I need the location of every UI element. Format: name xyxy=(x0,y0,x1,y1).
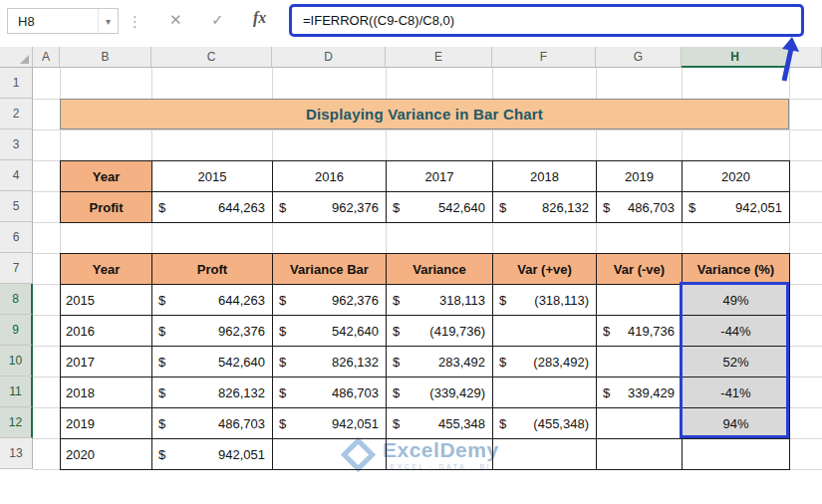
cell-H7[interactable]: Variance (%) xyxy=(683,254,790,285)
cell-G10[interactable] xyxy=(597,347,683,378)
row-header-6[interactable]: 6 xyxy=(0,222,33,253)
amount: 826,132 xyxy=(218,385,265,400)
cell-E7[interactable]: Variance xyxy=(387,254,493,285)
cell-B7[interactable]: Year xyxy=(61,254,152,285)
col-header-C[interactable]: C xyxy=(151,47,272,68)
select-all-corner[interactable] xyxy=(0,47,33,68)
cell-G12[interactable] xyxy=(597,408,683,439)
row-header-9[interactable]: 9 xyxy=(0,315,33,346)
col-header-E[interactable]: E xyxy=(386,47,492,68)
amount: 486,703 xyxy=(628,200,675,215)
cell-B4[interactable]: Year xyxy=(61,161,152,192)
col-header-F[interactable]: F xyxy=(492,47,596,68)
cell-E10[interactable]: $283,492 xyxy=(387,347,493,378)
row-header-4[interactable]: 4 xyxy=(0,160,33,191)
insert-function-icon[interactable]: fx xyxy=(253,9,266,27)
cell-B9[interactable]: 2016 xyxy=(61,316,152,347)
cell-E9[interactable]: $(419,736) xyxy=(387,316,493,347)
cell-F10[interactable]: $(283,492) xyxy=(493,347,597,378)
currency-symbol: $ xyxy=(279,385,286,400)
cell-D10[interactable]: $826,132 xyxy=(273,347,387,378)
cell-G13[interactable] xyxy=(597,439,683,470)
cell-H13[interactable] xyxy=(683,439,790,470)
cell-F11[interactable] xyxy=(493,378,597,408)
cell-D4[interactable]: 2016 xyxy=(273,161,387,192)
col-header-D[interactable]: D xyxy=(272,47,386,68)
cell-C13[interactable]: $942,051 xyxy=(152,439,273,470)
cell-E5[interactable]: $542,640 xyxy=(387,192,493,223)
namebox-dropdown-icon[interactable]: ▾ xyxy=(98,9,118,33)
cell-G9[interactable]: $419,736 xyxy=(597,316,683,347)
cell-F9[interactable] xyxy=(493,316,597,347)
cell-E13[interactable] xyxy=(387,439,493,470)
enter-icon[interactable]: ✓ xyxy=(211,11,224,29)
cell-D11[interactable]: $486,703 xyxy=(273,378,387,408)
row-header-2[interactable]: 2 xyxy=(0,99,33,129)
amount: 942,051 xyxy=(332,416,379,431)
currency-symbol: $ xyxy=(158,447,165,462)
cell-G7[interactable]: Var (-ve) xyxy=(597,254,683,285)
cell-C7[interactable]: Proft xyxy=(152,254,273,285)
cell-F13[interactable] xyxy=(493,439,597,470)
cell-E11[interactable]: $(339,429) xyxy=(387,378,493,408)
cell-C4[interactable]: 2015 xyxy=(152,161,273,192)
name-box[interactable]: H8 ▾ xyxy=(7,8,119,34)
cell-D12[interactable]: $942,051 xyxy=(273,408,387,439)
cell-C9[interactable]: $962,376 xyxy=(152,316,273,347)
cell-G8[interactable] xyxy=(597,285,683,316)
cell-D13[interactable] xyxy=(273,439,387,470)
cell-F5[interactable]: $826,132 xyxy=(493,192,597,223)
cell-C11[interactable]: $826,132 xyxy=(152,378,273,408)
cell-B13[interactable]: 2020 xyxy=(61,439,152,470)
col-header-B[interactable]: B xyxy=(60,47,151,68)
cell-C10[interactable]: $542,640 xyxy=(152,347,273,378)
cell-F4[interactable]: 2018 xyxy=(493,161,597,192)
cell-H9[interactable]: -44% xyxy=(683,316,790,347)
cell-H10[interactable]: 52% xyxy=(683,347,790,378)
cell-D8[interactable]: $962,376 xyxy=(273,285,387,316)
amount: 962,376 xyxy=(332,293,379,308)
cell-B12[interactable]: 2019 xyxy=(61,408,152,439)
cell-G4[interactable]: 2019 xyxy=(597,161,683,192)
cell-E4[interactable]: 2017 xyxy=(387,161,493,192)
cell-H12[interactable]: 94% xyxy=(683,408,790,439)
row-header-11[interactable]: 11 xyxy=(0,377,33,407)
row-header-8[interactable]: 8 xyxy=(0,284,33,315)
row-header-12[interactable]: 12 xyxy=(0,407,33,438)
cell-B10[interactable]: 2017 xyxy=(61,347,152,378)
cell-F8[interactable]: $(318,113) xyxy=(493,285,597,316)
cell-G11[interactable]: $339,429 xyxy=(597,378,683,408)
title-cell[interactable]: Displaying Variance in Bar Chart xyxy=(60,99,789,129)
cell-H4[interactable]: 2020 xyxy=(683,161,790,192)
cancel-icon[interactable]: ✕ xyxy=(169,11,182,29)
row-header-13[interactable]: 13 xyxy=(0,438,33,469)
row-header-3[interactable]: 3 xyxy=(0,129,33,160)
cell-B5[interactable]: Profit xyxy=(61,192,152,223)
cell-F12[interactable]: $(455,348) xyxy=(493,408,597,439)
cell-C12[interactable]: $486,703 xyxy=(152,408,273,439)
cell-E12[interactable]: $455,348 xyxy=(387,408,493,439)
cell-F7[interactable]: Var (+ve) xyxy=(493,254,597,285)
col-header-G[interactable]: G xyxy=(596,47,682,68)
cell-C8[interactable]: $644,263 xyxy=(152,285,273,316)
row-header-1[interactable]: 1 xyxy=(0,68,33,99)
formula-input[interactable]: =IFERROR((C9-C8)/C8,0) xyxy=(289,4,804,37)
cell-D5[interactable]: $962,376 xyxy=(273,192,387,223)
amount: (419,736) xyxy=(429,324,485,339)
cell-H11[interactable]: -41% xyxy=(683,378,790,408)
row-header-7[interactable]: 7 xyxy=(0,253,33,284)
cell-D9[interactable]: $542,640 xyxy=(273,316,387,347)
cell-D7[interactable]: Variance Bar xyxy=(273,254,387,285)
row-header-10[interactable]: 10 xyxy=(0,346,33,377)
cell-G5[interactable]: $486,703 xyxy=(597,192,683,223)
amount: 644,263 xyxy=(218,293,265,308)
row-header-5[interactable]: 5 xyxy=(0,191,33,222)
cell-H8[interactable]: 49% xyxy=(683,285,790,316)
cell-H5[interactable]: $942,051 xyxy=(683,192,790,223)
col-header-A[interactable]: A xyxy=(33,47,60,68)
cell-B11[interactable]: 2018 xyxy=(61,378,152,408)
cell-B8[interactable]: 2015 xyxy=(61,285,152,316)
cell-E8[interactable]: $318,113 xyxy=(387,285,493,316)
cell-C5[interactable]: $644,263 xyxy=(152,192,273,223)
amount: 542,640 xyxy=(438,200,485,215)
